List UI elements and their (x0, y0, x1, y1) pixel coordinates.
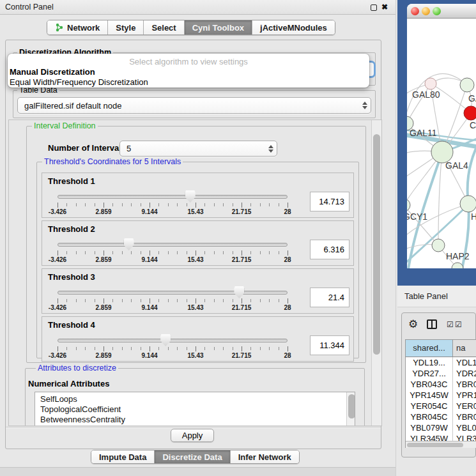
table-row[interactable]: YBR045CYBR0 (406, 411, 476, 422)
table-toolbar: ⚙ ☑ ☑ (402, 313, 475, 339)
label-top-right: GA (468, 93, 476, 104)
column-header-name[interactable]: na (453, 340, 476, 357)
tick-label: 21.715 (232, 352, 252, 359)
table-row[interactable]: YER054CYER0 (406, 401, 476, 411)
bottom-tabbar: Impute Data Discretize Data Infer Networ… (91, 450, 300, 464)
checkbox-icon[interactable]: ☑ (447, 320, 454, 329)
interval-definition-groupbox: Interval Definition Number of Intervals … (26, 126, 366, 363)
tick-label: 28 (284, 352, 291, 359)
table-row[interactable]: YBR043CYBR0 (406, 379, 476, 390)
threshold-panel-3: Threshold 3 -3.426 2.859 9.144 15.43 21.… (42, 268, 354, 314)
attributes-list-scrollbar[interactable] (346, 392, 355, 426)
tick-label: 2.859 (95, 256, 111, 263)
float-window-icon[interactable] (371, 4, 377, 11)
network-window-titlebar[interactable] (407, 4, 476, 19)
slider-thumb[interactable] (185, 190, 196, 203)
split-columns-icon[interactable] (427, 319, 437, 329)
tab-infer-network[interactable]: Infer Network (231, 450, 299, 463)
node-right-mid[interactable] (460, 196, 476, 212)
table-row[interactable]: YPR145WYPR1 (406, 390, 476, 401)
zoom-window-icon[interactable] (433, 7, 441, 15)
tab-cyni-toolbox[interactable]: Cyni Toolbox (185, 20, 252, 35)
label-gal4: GAL4 (445, 160, 468, 171)
column-header-shared-name[interactable]: shared... (406, 340, 453, 357)
top-tabbar: Network Style Select Cyni Toolbox jActiv… (47, 20, 335, 35)
slider-thumb[interactable] (124, 238, 134, 250)
slider-track[interactable] (58, 195, 288, 199)
threshold-1-slider[interactable]: -3.426 2.859 9.144 15.43 21.715 28 (58, 190, 288, 215)
threshold-4-slider[interactable]: -3.426 2.859 9.144 15.43 21.715 28 (58, 334, 288, 359)
node-gal4[interactable] (431, 141, 453, 163)
close-window-icon[interactable] (411, 7, 419, 15)
label-right-mid: HA (471, 211, 476, 222)
table-row[interactable]: YDL19...YDL1 (406, 357, 476, 368)
list-item-betweennesscentrality[interactable]: BetweennessCentrality (35, 415, 355, 425)
node-top-right[interactable] (460, 78, 474, 92)
tick-label: 21.715 (232, 256, 252, 263)
number-of-intervals-combobox[interactable]: 5 (119, 141, 277, 157)
slider-track[interactable] (58, 339, 288, 342)
tick-label: 21.715 (232, 304, 252, 311)
menu-item-manual-discretization[interactable]: Manual Discretization (10, 67, 95, 77)
label-gcy1: GCY1 (407, 211, 427, 222)
threshold-1-label: Threshold 1 (48, 176, 95, 186)
threshold-4-value-field[interactable]: 11.344 (310, 335, 349, 355)
tab-jactivemnodules[interactable]: jActiveMNodules (252, 20, 335, 35)
threshold-3-slider[interactable]: -3.426 2.859 9.144 15.43 21.715 28 (58, 286, 288, 311)
table-data-combobox[interactable]: galFiltered.sif default node (17, 97, 371, 114)
settings-scrollbar[interactable] (371, 120, 381, 426)
table-panel: ⚙ ☑ ☑ shared... na YDL19...YDL1 YDR27...… (401, 312, 476, 457)
minimize-window-icon[interactable] (422, 7, 430, 15)
table-row[interactable]: YBL079WYBL0 (406, 422, 476, 433)
slider-track[interactable] (58, 243, 288, 247)
menu-item-equal-width-frequency[interactable]: Equal Width/Frequency Discretization (10, 77, 148, 87)
node-hap2[interactable] (432, 239, 445, 252)
tick-label: 28 (284, 208, 291, 215)
slider-thumb[interactable] (234, 286, 244, 298)
node-selected-red[interactable] (464, 106, 476, 120)
tick-label: -3.426 (49, 352, 66, 359)
label-gal80: GAL80 (412, 89, 440, 100)
apply-separator (6, 427, 381, 428)
threshold-3-value-field[interactable]: 21.4 (310, 288, 349, 307)
attributes-group-title: Attributes to discretize (36, 364, 118, 372)
list-item-selfloops[interactable]: SelfLoops (35, 392, 355, 404)
combo-stepper-icon (359, 98, 371, 113)
tick-label: 2.859 (95, 208, 111, 215)
tab-network[interactable]: Network (47, 20, 108, 35)
threshold-2-slider[interactable]: -3.426 2.859 9.144 15.43 21.715 28 (58, 238, 288, 263)
network-canvas[interactable]: GAL80 GA C GAL11 GAL4 GCY1 HA HAP2 (407, 19, 476, 268)
slider-thumb[interactable] (160, 334, 171, 346)
tick-label: 9.144 (141, 304, 157, 311)
checkbox-icon[interactable]: ☑ (455, 320, 462, 329)
tab-select[interactable]: Select (144, 20, 184, 35)
table-horizontal-scrollbar[interactable] (406, 441, 476, 448)
combo-stepper-icon (265, 141, 277, 156)
table-row[interactable]: YDR27...YDR2 (406, 368, 476, 379)
gear-icon[interactable]: ⚙ (408, 318, 418, 331)
attributes-groupbox: Attributes to discretize Numerical Attri… (25, 368, 365, 426)
slider-track[interactable] (58, 291, 288, 295)
settings-scrollpane: Interval Definition Number of Intervals … (8, 119, 382, 426)
tab-impute-data[interactable]: Impute Data (91, 450, 155, 463)
threshold-2-value-field[interactable]: 6.316 (310, 240, 349, 259)
tick-label: -3.426 (49, 208, 66, 215)
tab-discretize-data[interactable]: Discretize Data (155, 450, 230, 463)
tab-network-label: Network (67, 23, 100, 33)
node-gal80[interactable] (425, 78, 436, 89)
threshold-1-value-field[interactable]: 14.713 (310, 192, 349, 211)
tab-style[interactable]: Style (108, 20, 144, 35)
threshold-panel-1: Threshold 1 -3.426 2.859 9.144 15.43 21.… (42, 173, 354, 218)
control-panel-titlebar: Control Panel ✖ (0, 0, 396, 15)
network-graph: GAL80 GA C GAL11 GAL4 GCY1 HA HAP2 (407, 19, 476, 268)
algorithm-hint: Select algorithm to view settings (8, 57, 369, 66)
node-gcy1[interactable] (407, 199, 410, 211)
close-icon[interactable]: ✖ (381, 2, 388, 13)
numerical-attributes-label: Numerical Attributes (28, 379, 109, 388)
table-body: YDL19...YDL1 YDR27...YDR2 YBR043CYBR0 YP… (406, 357, 476, 442)
list-item-topologicalcoefficient[interactable]: TopologicalCoefficient (35, 404, 355, 415)
apply-button[interactable]: Apply (171, 429, 214, 442)
threshold-panel-2: Threshold 2 -3.426 2.859 9.144 15.43 21.… (42, 220, 354, 266)
node-table: shared... na YDL19...YDL1 YDR27...YDR2 Y… (405, 339, 476, 448)
app-root: Control Panel ✖ Network Style Select Cyn… (0, 0, 476, 476)
